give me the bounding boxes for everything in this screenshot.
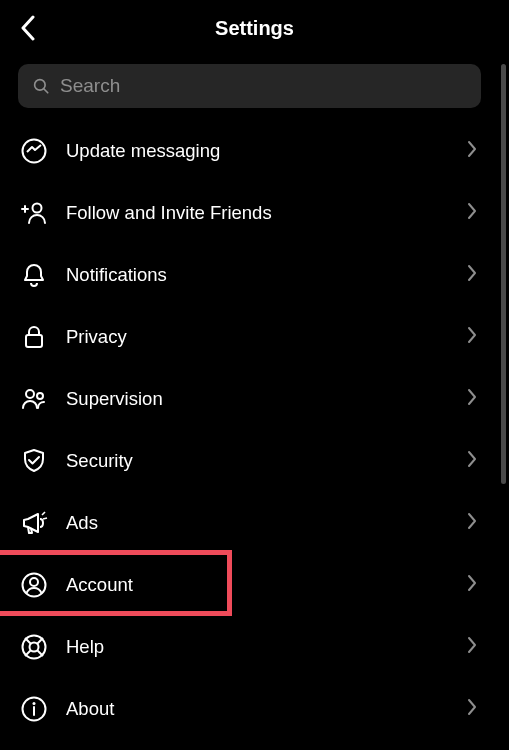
content-scroll: Search Update messagingFollow and Invite… — [0, 56, 499, 750]
settings-item-label: Update messaging — [66, 140, 467, 162]
search-placeholder: Search — [60, 75, 120, 97]
bell-icon — [20, 261, 48, 289]
chevron-right-icon — [467, 698, 477, 720]
settings-item-privacy[interactable]: Privacy — [0, 306, 499, 368]
chevron-right-icon — [467, 388, 477, 410]
svg-line-1 — [44, 89, 48, 93]
settings-item-help[interactable]: Help — [0, 616, 499, 678]
chevron-right-icon — [467, 202, 477, 224]
chevron-right-icon — [467, 512, 477, 534]
settings-item-account[interactable]: Account — [0, 554, 499, 616]
person-plus-icon — [20, 199, 48, 227]
settings-item-label: About — [66, 698, 467, 720]
user-circle-icon — [20, 571, 48, 599]
lock-icon — [20, 323, 48, 351]
settings-screen: Settings Search Update messagingFollow a… — [0, 0, 509, 750]
settings-item-ads[interactable]: Ads — [0, 492, 499, 554]
people-icon — [20, 385, 48, 413]
settings-item-label: Notifications — [66, 264, 467, 286]
search-icon — [32, 77, 50, 95]
messenger-icon — [20, 137, 48, 165]
chevron-right-icon — [467, 140, 477, 162]
chevron-right-icon — [467, 450, 477, 472]
chevron-left-icon — [20, 15, 36, 41]
settings-item-supervision[interactable]: Supervision — [0, 368, 499, 430]
settings-item-label: Security — [66, 450, 467, 472]
scrollbar[interactable] — [501, 64, 506, 484]
settings-item-update-messaging[interactable]: Update messaging — [0, 120, 499, 182]
chevron-right-icon — [467, 636, 477, 658]
search-input[interactable]: Search — [18, 64, 481, 108]
header: Settings — [0, 0, 509, 56]
info-icon — [20, 695, 48, 723]
shield-check-icon — [20, 447, 48, 475]
settings-item-label: Supervision — [66, 388, 467, 410]
settings-item-about[interactable]: About — [0, 678, 499, 740]
lifebuoy-icon — [20, 633, 48, 661]
chevron-right-icon — [467, 326, 477, 348]
back-button[interactable] — [10, 10, 46, 46]
page-title: Settings — [215, 17, 294, 40]
megaphone-icon — [20, 509, 48, 537]
chevron-right-icon — [467, 574, 477, 596]
settings-item-label: Follow and Invite Friends — [66, 202, 467, 224]
settings-list: Update messagingFollow and Invite Friend… — [0, 120, 499, 740]
settings-item-label: Privacy — [66, 326, 467, 348]
settings-item-label: Account — [66, 574, 467, 596]
settings-item-follow-invite[interactable]: Follow and Invite Friends — [0, 182, 499, 244]
chevron-right-icon — [467, 264, 477, 286]
settings-item-security[interactable]: Security — [0, 430, 499, 492]
settings-item-label: Help — [66, 636, 467, 658]
settings-item-notifications[interactable]: Notifications — [0, 244, 499, 306]
settings-item-label: Ads — [66, 512, 467, 534]
